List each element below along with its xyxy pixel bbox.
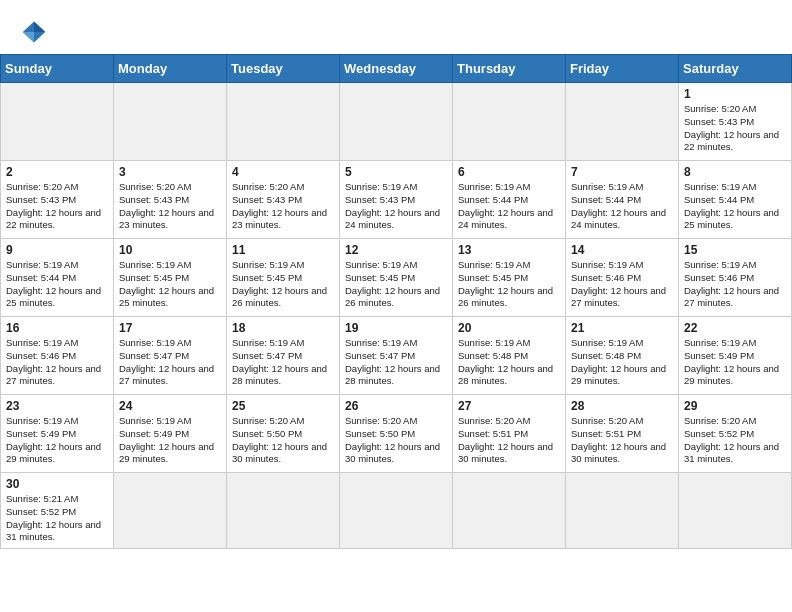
calendar-cell: 7Sunrise: 5:19 AM Sunset: 5:44 PM Daylig…: [566, 161, 679, 239]
calendar-cell: 6Sunrise: 5:19 AM Sunset: 5:44 PM Daylig…: [453, 161, 566, 239]
calendar-cell: [566, 83, 679, 161]
day-info: Sunrise: 5:19 AM Sunset: 5:49 PM Dayligh…: [119, 415, 221, 466]
calendar-cell: 19Sunrise: 5:19 AM Sunset: 5:47 PM Dayli…: [340, 317, 453, 395]
day-number: 6: [458, 165, 560, 179]
calendar-cell: 11Sunrise: 5:19 AM Sunset: 5:45 PM Dayli…: [227, 239, 340, 317]
calendar-cell: 9Sunrise: 5:19 AM Sunset: 5:44 PM Daylig…: [1, 239, 114, 317]
day-info: Sunrise: 5:19 AM Sunset: 5:44 PM Dayligh…: [6, 259, 108, 310]
calendar-header-sunday: Sunday: [1, 55, 114, 83]
calendar-cell: 8Sunrise: 5:19 AM Sunset: 5:44 PM Daylig…: [679, 161, 792, 239]
calendar-cell: [566, 473, 679, 549]
day-number: 3: [119, 165, 221, 179]
day-number: 24: [119, 399, 221, 413]
day-number: 9: [6, 243, 108, 257]
calendar-header-tuesday: Tuesday: [227, 55, 340, 83]
day-number: 12: [345, 243, 447, 257]
day-number: 8: [684, 165, 786, 179]
logo-icon: [20, 18, 48, 46]
day-info: Sunrise: 5:19 AM Sunset: 5:48 PM Dayligh…: [571, 337, 673, 388]
calendar-cell: [227, 83, 340, 161]
day-info: Sunrise: 5:19 AM Sunset: 5:44 PM Dayligh…: [684, 181, 786, 232]
day-number: 17: [119, 321, 221, 335]
calendar-cell: 27Sunrise: 5:20 AM Sunset: 5:51 PM Dayli…: [453, 395, 566, 473]
day-number: 28: [571, 399, 673, 413]
calendar-cell: 2Sunrise: 5:20 AM Sunset: 5:43 PM Daylig…: [1, 161, 114, 239]
calendar-week-5: 23Sunrise: 5:19 AM Sunset: 5:49 PM Dayli…: [1, 395, 792, 473]
day-info: Sunrise: 5:20 AM Sunset: 5:43 PM Dayligh…: [684, 103, 786, 154]
day-info: Sunrise: 5:19 AM Sunset: 5:46 PM Dayligh…: [571, 259, 673, 310]
day-info: Sunrise: 5:19 AM Sunset: 5:45 PM Dayligh…: [232, 259, 334, 310]
calendar-cell: [227, 473, 340, 549]
day-number: 20: [458, 321, 560, 335]
calendar-cell: [340, 83, 453, 161]
day-info: Sunrise: 5:21 AM Sunset: 5:52 PM Dayligh…: [6, 493, 108, 544]
calendar-cell: 14Sunrise: 5:19 AM Sunset: 5:46 PM Dayli…: [566, 239, 679, 317]
day-info: Sunrise: 5:20 AM Sunset: 5:51 PM Dayligh…: [458, 415, 560, 466]
day-info: Sunrise: 5:19 AM Sunset: 5:49 PM Dayligh…: [6, 415, 108, 466]
day-number: 23: [6, 399, 108, 413]
calendar-header-wednesday: Wednesday: [340, 55, 453, 83]
calendar-cell: 29Sunrise: 5:20 AM Sunset: 5:52 PM Dayli…: [679, 395, 792, 473]
calendar-header-monday: Monday: [114, 55, 227, 83]
day-number: 10: [119, 243, 221, 257]
calendar-cell: 1Sunrise: 5:20 AM Sunset: 5:43 PM Daylig…: [679, 83, 792, 161]
day-number: 25: [232, 399, 334, 413]
day-number: 26: [345, 399, 447, 413]
day-number: 21: [571, 321, 673, 335]
day-number: 18: [232, 321, 334, 335]
day-number: 2: [6, 165, 108, 179]
day-info: Sunrise: 5:19 AM Sunset: 5:46 PM Dayligh…: [6, 337, 108, 388]
day-number: 27: [458, 399, 560, 413]
day-info: Sunrise: 5:20 AM Sunset: 5:51 PM Dayligh…: [571, 415, 673, 466]
calendar-header-saturday: Saturday: [679, 55, 792, 83]
calendar-cell: 18Sunrise: 5:19 AM Sunset: 5:47 PM Dayli…: [227, 317, 340, 395]
calendar-cell: [679, 473, 792, 549]
logo: [20, 18, 52, 46]
day-number: 29: [684, 399, 786, 413]
calendar-cell: 12Sunrise: 5:19 AM Sunset: 5:45 PM Dayli…: [340, 239, 453, 317]
day-number: 13: [458, 243, 560, 257]
calendar-cell: 23Sunrise: 5:19 AM Sunset: 5:49 PM Dayli…: [1, 395, 114, 473]
calendar-cell: [453, 473, 566, 549]
calendar-week-1: 1Sunrise: 5:20 AM Sunset: 5:43 PM Daylig…: [1, 83, 792, 161]
day-number: 14: [571, 243, 673, 257]
calendar-week-6: 30Sunrise: 5:21 AM Sunset: 5:52 PM Dayli…: [1, 473, 792, 549]
day-number: 7: [571, 165, 673, 179]
day-info: Sunrise: 5:20 AM Sunset: 5:43 PM Dayligh…: [6, 181, 108, 232]
calendar-cell: 4Sunrise: 5:20 AM Sunset: 5:43 PM Daylig…: [227, 161, 340, 239]
calendar-cell: 17Sunrise: 5:19 AM Sunset: 5:47 PM Dayli…: [114, 317, 227, 395]
calendar-week-3: 9Sunrise: 5:19 AM Sunset: 5:44 PM Daylig…: [1, 239, 792, 317]
calendar-cell: 16Sunrise: 5:19 AM Sunset: 5:46 PM Dayli…: [1, 317, 114, 395]
calendar-cell: 13Sunrise: 5:19 AM Sunset: 5:45 PM Dayli…: [453, 239, 566, 317]
day-info: Sunrise: 5:19 AM Sunset: 5:47 PM Dayligh…: [232, 337, 334, 388]
calendar-cell: 3Sunrise: 5:20 AM Sunset: 5:43 PM Daylig…: [114, 161, 227, 239]
calendar-cell: 25Sunrise: 5:20 AM Sunset: 5:50 PM Dayli…: [227, 395, 340, 473]
calendar-cell: [114, 473, 227, 549]
day-number: 11: [232, 243, 334, 257]
day-info: Sunrise: 5:19 AM Sunset: 5:45 PM Dayligh…: [458, 259, 560, 310]
day-info: Sunrise: 5:19 AM Sunset: 5:49 PM Dayligh…: [684, 337, 786, 388]
calendar-cell: 30Sunrise: 5:21 AM Sunset: 5:52 PM Dayli…: [1, 473, 114, 549]
day-info: Sunrise: 5:19 AM Sunset: 5:44 PM Dayligh…: [458, 181, 560, 232]
day-number: 5: [345, 165, 447, 179]
calendar-cell: [453, 83, 566, 161]
day-number: 16: [6, 321, 108, 335]
day-info: Sunrise: 5:19 AM Sunset: 5:47 PM Dayligh…: [119, 337, 221, 388]
calendar-header-thursday: Thursday: [453, 55, 566, 83]
calendar-cell: [340, 473, 453, 549]
calendar-cell: 28Sunrise: 5:20 AM Sunset: 5:51 PM Dayli…: [566, 395, 679, 473]
page: SundayMondayTuesdayWednesdayThursdayFrid…: [0, 0, 792, 549]
day-number: 30: [6, 477, 108, 491]
day-info: Sunrise: 5:19 AM Sunset: 5:45 PM Dayligh…: [119, 259, 221, 310]
calendar-header-row: SundayMondayTuesdayWednesdayThursdayFrid…: [1, 55, 792, 83]
day-info: Sunrise: 5:19 AM Sunset: 5:45 PM Dayligh…: [345, 259, 447, 310]
calendar-cell: 15Sunrise: 5:19 AM Sunset: 5:46 PM Dayli…: [679, 239, 792, 317]
calendar-cell: 10Sunrise: 5:19 AM Sunset: 5:45 PM Dayli…: [114, 239, 227, 317]
svg-marker-2: [23, 32, 34, 43]
day-number: 22: [684, 321, 786, 335]
calendar-week-4: 16Sunrise: 5:19 AM Sunset: 5:46 PM Dayli…: [1, 317, 792, 395]
calendar-cell: [1, 83, 114, 161]
calendar-cell: 20Sunrise: 5:19 AM Sunset: 5:48 PM Dayli…: [453, 317, 566, 395]
day-info: Sunrise: 5:19 AM Sunset: 5:47 PM Dayligh…: [345, 337, 447, 388]
header: [0, 0, 792, 54]
